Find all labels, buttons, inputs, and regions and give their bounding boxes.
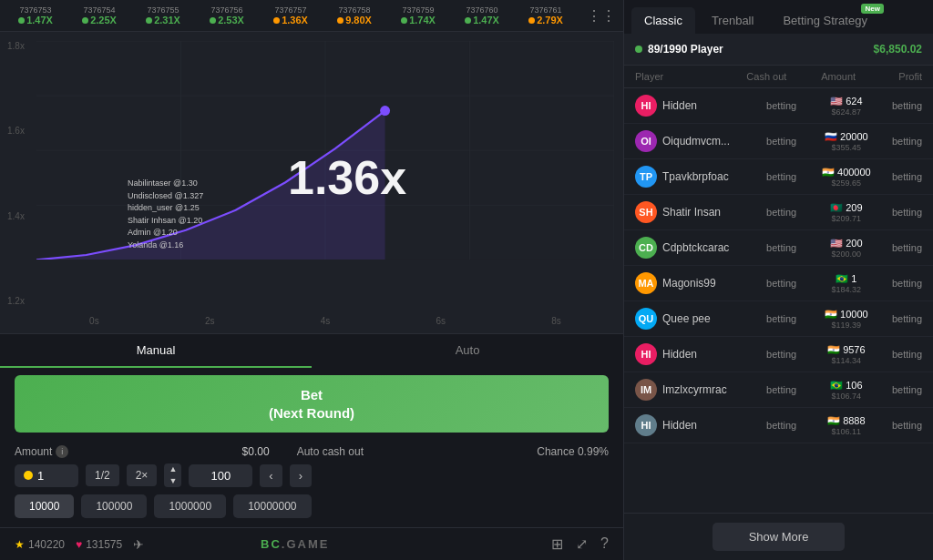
- ticker-item-4[interactable]: 7376757 1.36X: [262, 5, 319, 25]
- bottom-icons: ⊞ ⤢ ?: [551, 535, 609, 553]
- th-player: Player: [635, 71, 731, 82]
- ticker-item-1[interactable]: 7376754 2.25X: [71, 5, 128, 25]
- nav-next-button[interactable]: ›: [290, 464, 312, 487]
- player-amount-cell: 🇮🇳 9576 $114.34: [814, 344, 878, 365]
- help-icon[interactable]: ?: [600, 535, 609, 553]
- ticker-id-7: 7376760: [466, 5, 497, 15]
- player-row: HI Hidden betting 🇮🇳 9576 $114.34 bettin…: [624, 337, 933, 372]
- player-amount-top: 🇧🇷 106: [814, 380, 878, 392]
- player-amount-cell: 🇮🇳 8888 $106.11: [814, 415, 878, 436]
- ticker-item-2[interactable]: 7376755 2.31X: [135, 5, 191, 25]
- svg-point-10: [380, 106, 390, 116]
- preset-btn-0[interactable]: 10000: [15, 494, 74, 518]
- chart-icon[interactable]: ⤢: [576, 535, 588, 553]
- cashout-input[interactable]: 100: [189, 464, 252, 487]
- grid-icon[interactable]: ⋮⋮: [587, 7, 616, 25]
- heart-stat[interactable]: ♥ 131575: [76, 538, 122, 551]
- ticker-item-5[interactable]: 7376758 9.80X: [326, 5, 383, 25]
- player-amount-cell: 🇧🇩 209 $209.71: [814, 202, 878, 223]
- tab-auto[interactable]: Auto: [312, 334, 623, 368]
- chart-label-2: hidden_user @1.25: [128, 202, 203, 215]
- chart-multiplier: 1.36x: [288, 150, 406, 205]
- right-tabs: Classic Trenball Betting Strategy New: [624, 0, 933, 34]
- y-label-3: 1.2x: [7, 296, 25, 306]
- y-axis-labels: 1.8x 1.6x 1.4x 1.2x: [7, 41, 25, 306]
- ticker-item-6[interactable]: 7376759 1.74X: [390, 5, 446, 25]
- bet-button[interactable]: Bet (Next Round): [15, 375, 609, 433]
- stepper[interactable]: ▲ ▼: [164, 463, 181, 487]
- player-avatar: OI: [635, 130, 657, 152]
- info-icon: i: [56, 445, 68, 458]
- nav-prev-button[interactable]: ‹: [260, 464, 282, 487]
- tab-trenball[interactable]: Trenball: [699, 7, 766, 34]
- bottom-logo: BC.GAME: [261, 537, 329, 551]
- share-icon[interactable]: ✈: [133, 537, 144, 552]
- tab-classic[interactable]: Classic: [631, 7, 695, 34]
- ticker-val-1: 2.25X: [90, 15, 117, 25]
- th-amount: Amount: [803, 71, 875, 82]
- player-cashout: betting: [749, 242, 814, 253]
- player-amount-top: 🇮🇳 400000: [814, 167, 878, 178]
- player-amount-cell: 🇷🇺 20000 $355.45: [814, 131, 878, 152]
- heart-count: 131575: [86, 538, 122, 551]
- tab-manual[interactable]: Manual: [0, 334, 312, 368]
- player-amount-num: 209: [846, 202, 862, 213]
- player-amount-top: 🇮🇳 8888: [814, 415, 878, 427]
- show-more-button[interactable]: Show More: [713, 523, 846, 551]
- player-amount-num: 200: [846, 238, 862, 249]
- x-axis-labels: 0s 2s 4s 6s 8s: [36, 316, 614, 326]
- player-name: Hidden: [662, 348, 749, 361]
- ticker-item-0[interactable]: 7376753 1.47X: [7, 5, 64, 25]
- player-flag: 🇮🇳: [827, 415, 840, 427]
- coin-input[interactable]: 1: [15, 464, 78, 487]
- player-name: Shatir Insan: [662, 206, 749, 219]
- amount-section: Amount i $0.00 Auto cash out Chance 0.99…: [0, 440, 623, 527]
- stepper-up[interactable]: ▲: [164, 463, 181, 475]
- x-label-0: 0s: [89, 316, 99, 326]
- preset-btn-3[interactable]: 10000000: [233, 494, 311, 518]
- player-flag: 🇧🇷: [830, 380, 843, 392]
- x-label-3: 6s: [436, 316, 446, 326]
- ticker-item-3[interactable]: 7376756 2.53X: [199, 5, 255, 25]
- player-amount-num: 106: [846, 380, 862, 391]
- player-amount-num: 624: [846, 96, 862, 107]
- player-amount-cell: 🇮🇳 10000 $119.39: [814, 309, 878, 330]
- player-cashout: betting: [749, 278, 814, 289]
- ticker-id-2: 7376755: [147, 5, 179, 15]
- preset-btn-2[interactable]: 1000000: [154, 494, 226, 518]
- player-avatar: HI: [635, 95, 657, 117]
- player-profit: betting: [879, 136, 923, 147]
- stepper-down[interactable]: ▼: [164, 475, 181, 487]
- ticker-val-7: 1.47X: [473, 15, 499, 25]
- player-profit: betting: [879, 171, 923, 182]
- grid-view-icon[interactable]: ⊞: [551, 535, 563, 553]
- player-amount-num: 20000: [840, 131, 868, 142]
- player-amount-sub: $209.71: [814, 214, 878, 223]
- player-amount-cell: 🇮🇳 400000 $259.65: [814, 167, 878, 188]
- amount-value: $0.00: [242, 445, 270, 458]
- ticker-dot-2: [146, 17, 152, 24]
- player-amount-cell: 🇺🇸 624 $624.87: [814, 96, 878, 117]
- show-more-section: Show More: [624, 513, 933, 560]
- player-amount-top: 🇺🇸 624: [814, 96, 878, 107]
- chart-area: 1.8x 1.6x 1.4x 1.2x 1.36x Nabilin: [0, 32, 623, 333]
- chart-label-3: Shatir Inhsan @1.20: [128, 215, 203, 228]
- half-button[interactable]: 1/2: [86, 464, 119, 486]
- tab-betting-strategy[interactable]: Betting Strategy New: [770, 7, 880, 34]
- chart-label-1: Undisclosed @1.327: [128, 190, 203, 203]
- player-profit: betting: [879, 384, 923, 395]
- chart-label-5: Yolanda @1.16: [128, 239, 203, 252]
- right-panel: Classic Trenball Betting Strategy New 89…: [623, 0, 933, 560]
- player-cashout: betting: [749, 100, 814, 111]
- ticker-item-7[interactable]: 7376760 1.47X: [454, 5, 510, 25]
- preset-btn-1[interactable]: 100000: [81, 494, 147, 518]
- player-amount-sub: $184.32: [814, 285, 878, 294]
- double-button[interactable]: 2×: [127, 464, 158, 486]
- ticker-val-5: 9.80X: [345, 15, 372, 25]
- player-name: Oiqudmvcm...: [662, 135, 749, 148]
- ticker-item-8[interactable]: 7376761 2.79X: [518, 5, 574, 25]
- bet-section: Bet (Next Round): [0, 368, 623, 440]
- player-flag: 🇷🇺: [825, 131, 837, 143]
- star-stat[interactable]: ★ 140220: [15, 538, 65, 551]
- player-name: Hidden: [662, 99, 749, 112]
